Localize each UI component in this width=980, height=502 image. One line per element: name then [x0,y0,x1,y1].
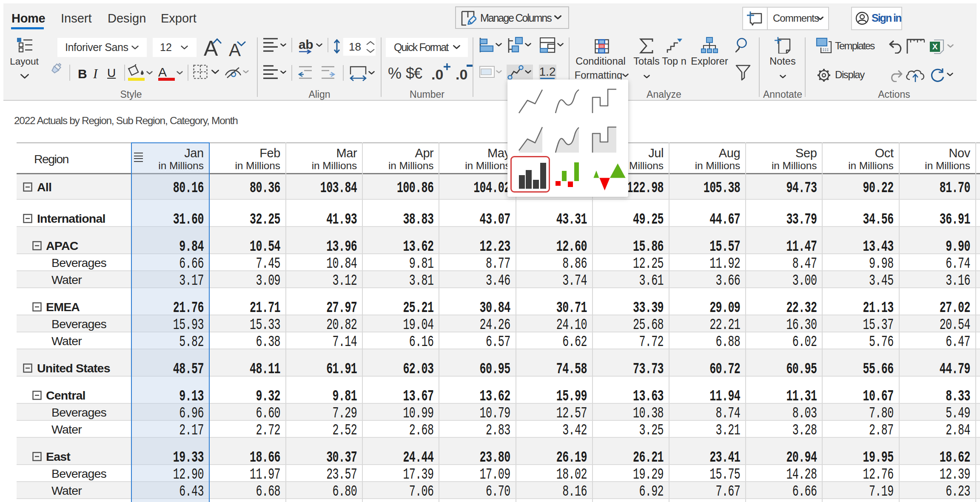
svg-text:X: X [932,42,938,51]
